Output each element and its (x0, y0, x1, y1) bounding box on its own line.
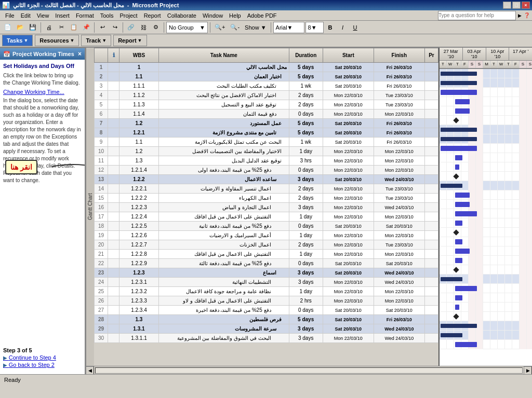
zoom-in-button[interactable]: 🔍+ (212, 22, 227, 33)
gantt-cell-26-3 (461, 312, 469, 321)
change-working-time-link[interactable]: Change Working Time... (3, 89, 82, 95)
cut-button[interactable]: ✂ (56, 22, 67, 33)
task-name-11[interactable]: دفع 25% من قيمة البند، دفعة اولى (159, 166, 289, 175)
scroll-right-button[interactable]: ▶ (524, 366, 532, 375)
bold-button[interactable]: B (325, 22, 336, 33)
tab-track[interactable]: Track ▼ (81, 35, 111, 46)
gantt-cell-11-0 (440, 172, 447, 181)
gantt-cell-22-3 (461, 275, 469, 284)
open-button[interactable]: 📂 (15, 22, 26, 33)
gantt-day-12: S (527, 61, 532, 68)
task-name-3[interactable]: اختيار الاماكن الافضل من نتائج البحث (159, 91, 289, 100)
menu-adobe[interactable]: Adobe PDF (244, 11, 280, 20)
task-name-2[interactable]: تكليف مكتب الطلبات البحث (159, 81, 289, 91)
save-button[interactable]: 💾 (27, 22, 38, 33)
task-name-9[interactable]: الاختيار والمفاضلة بين التصميمات الافضل (159, 147, 289, 156)
underline-button[interactable]: U (350, 22, 361, 33)
start-9: Mon 22/03/10 (323, 147, 374, 156)
row-num-9: 10 (95, 147, 108, 156)
task-name-15[interactable]: اعمال التجارة و البياض (159, 203, 289, 212)
menu-project[interactable]: Project (116, 11, 140, 20)
start-8: Sat 20/03/10 (323, 138, 374, 147)
close-button[interactable]: × (522, 2, 530, 9)
zoom-out-button[interactable]: 🔍- (228, 22, 242, 33)
gantt-cell-21-6 (483, 265, 490, 275)
task-name-19[interactable]: اعمال الخزنات (159, 240, 289, 250)
task-name-28[interactable]: سرعة المشروسات (159, 324, 289, 334)
task-name-7[interactable]: تامين مع منتدى مشروع الازمة (159, 128, 289, 138)
group-dropdown[interactable]: No Group ▼ (166, 22, 208, 33)
unlink-button[interactable]: ⛓ (138, 22, 149, 33)
task-name-4[interactable]: توقيع عقد البيع و التسجيل (159, 100, 289, 109)
show-button[interactable]: Show ▼ (243, 22, 268, 33)
table-row: 13 1.2.2 ساعده الاعمال 3 days Sat 20/03/… (95, 175, 438, 184)
maximize-button[interactable]: □ (512, 2, 521, 9)
print-button[interactable]: 🖨 (43, 22, 55, 33)
task-name-16[interactable]: التفتيش على الاعمال من قبل افاقك (159, 212, 289, 222)
panel-close-button[interactable]: × (78, 50, 82, 58)
task-name-20[interactable]: التفتيش على الاعمال من قبل افاقك (159, 250, 289, 259)
task-name-17[interactable]: دفع 25% من قيمة البند، دفعة ثانية (159, 222, 289, 231)
link-button[interactable]: 🔗 (125, 22, 137, 33)
gantt-cell-7-9 (505, 134, 512, 144)
menu-help[interactable]: Help (226, 11, 244, 20)
task-name-8[interactable]: البحث عن مكتب تمثل للايكيوريات الازمة (159, 138, 289, 147)
task-name-13[interactable]: اعمال تنسير المقاولة و الارضيات (159, 184, 289, 194)
menu-collaborate[interactable]: Collaborate (164, 11, 200, 20)
undo-button[interactable]: ↩ (97, 22, 108, 33)
new-button[interactable]: 📄 (2, 22, 14, 33)
font-dropdown[interactable]: Arial▼ (273, 22, 304, 33)
task-name-21[interactable]: دفع 25% من قيمة البند، دفعة ثالثة (159, 259, 289, 268)
minimize-button[interactable]: _ (503, 2, 511, 9)
task-name-26[interactable]: دفع 25% من قيمة البند، دفعة اخيرة (159, 306, 289, 315)
task-name-27[interactable]: فرص فلسطين (159, 315, 289, 324)
tab-resources[interactable]: Resources ▼ (35, 35, 79, 46)
task-name-22[interactable]: اسماع (159, 268, 289, 278)
gantt-cell-11-9 (505, 172, 512, 181)
task-name-29[interactable]: البحث في الشوق والمفاضلة بين المشروعية (159, 334, 289, 343)
gantt-cell-2-11 (520, 88, 527, 97)
copy-button[interactable]: 📋 (68, 22, 79, 33)
gantt-cell-22-4 (469, 275, 476, 284)
task-name-10[interactable]: توقيع عقد الدليل البديل (159, 156, 289, 166)
task-name-6[interactable]: عمل المستورد (159, 119, 289, 128)
gantt-cell-10-9 (505, 162, 512, 172)
go-back-step2-link[interactable]: ▶ Go back to Step 2 (3, 362, 56, 368)
tab-tasks[interactable]: Tasks ▼ (2, 35, 33, 46)
task-name-25[interactable]: التفتيش على الاعمال من قبل افاقك و لاو (159, 296, 289, 306)
menu-insert[interactable]: Insert (52, 11, 73, 20)
menu-file[interactable]: File (2, 11, 18, 20)
row-num-6: 7 (95, 119, 108, 128)
task-name-5[interactable]: دفع قيمة الثمان (159, 109, 289, 119)
scroll-track[interactable] (95, 367, 523, 374)
task-name-14[interactable]: اعمال الكهرباء (159, 194, 289, 203)
help-search-input[interactable] (438, 11, 516, 20)
continue-step4-link[interactable]: ▶ Continue to Step 4 (3, 354, 56, 361)
row-num-5: 6 (95, 109, 108, 119)
menu-window[interactable]: Window (200, 11, 226, 20)
task-name-0[interactable]: محل الحاسب الالي (159, 63, 289, 72)
task-name-23[interactable]: التشطيبات النهائية (159, 278, 289, 287)
paste-button[interactable]: 📌 (81, 22, 92, 33)
redo-button[interactable]: ↪ (109, 22, 121, 33)
task-name-24[interactable]: نظافة عامة و مراجعة جودة كافة الاعمال (159, 287, 289, 296)
gantt-cell-28-6 (483, 331, 490, 340)
italic-button[interactable]: I (337, 22, 349, 33)
menu-report[interactable]: Report (141, 11, 164, 20)
menu-tools[interactable]: Tools (97, 11, 117, 20)
fontsize-dropdown[interactable]: 8▼ (305, 22, 324, 33)
split-button[interactable]: ⚙ (150, 22, 162, 33)
gantt-cell-13-10 (512, 190, 520, 200)
menu-view[interactable]: View (34, 11, 52, 20)
task-name-12[interactable]: ساعده الاعمال (159, 175, 289, 184)
task-name-1[interactable]: اختبار العمان (159, 72, 289, 81)
start-12: Sat 20/03/10 (323, 175, 374, 184)
gantt-bar-25 (455, 305, 459, 310)
table-row: 4 1.1.2 اختيار الاماكن الافضل من نتائج ا… (95, 91, 438, 100)
task-name-18[interactable]: أعمال السيراميك و الارضيات (159, 231, 289, 240)
menu-edit[interactable]: Edit (18, 11, 34, 20)
h-scrollbar[interactable]: ◀ ▶ (86, 366, 532, 374)
scroll-left-button[interactable]: ◀ (86, 366, 94, 375)
menu-format[interactable]: Format (73, 11, 97, 20)
tab-report[interactable]: Report ▼ (113, 35, 147, 46)
